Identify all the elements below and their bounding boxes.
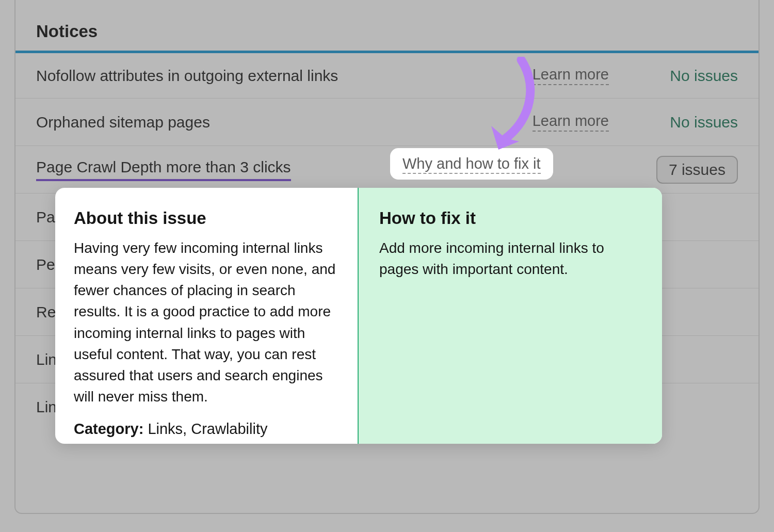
about-heading: About this issue [74,208,339,228]
about-body: Having very few incoming internal links … [74,237,339,407]
issue-details-popover: About this issue Having very few incomin… [55,188,662,444]
fix-body: Add more incoming internal links to page… [379,237,643,280]
why-fix-link[interactable]: Why and how to fix it [402,155,541,174]
about-pane: About this issue Having very few incomin… [55,188,359,444]
fix-pane: How to fix it Add more incoming internal… [359,188,662,444]
category-label: Category: [74,421,143,437]
about-category: Category: Links, Crawlability [74,421,339,438]
fix-heading: How to fix it [379,208,643,228]
category-value: Links, Crawlability [148,421,267,437]
why-fix-pill: Why and how to fix it [390,148,553,180]
